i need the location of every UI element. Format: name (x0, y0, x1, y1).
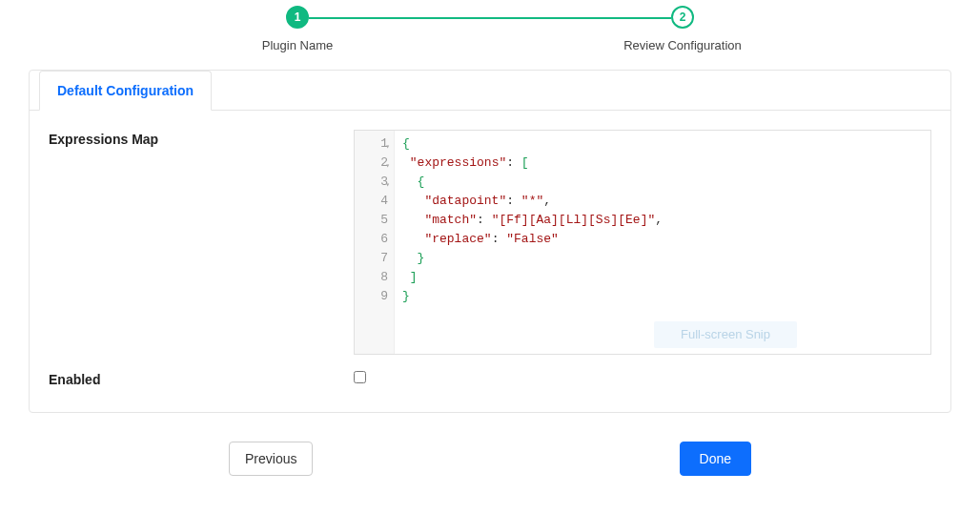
code-gutter: 1▾ 2▾ 3▾ 4 5 6 7 8 9 (355, 131, 395, 354)
gutter-ln: 9 (380, 289, 388, 303)
expressions-map-label: Expressions Map (49, 130, 354, 147)
step-circle-1: 1 (286, 6, 309, 29)
previous-button[interactable]: Previous (229, 442, 313, 476)
step-label-2: Review Configuration (623, 38, 742, 52)
gutter-ln: 7 (380, 251, 388, 265)
step-circle-2: 2 (671, 6, 694, 29)
step-label-1: Plugin Name (262, 38, 333, 52)
tabs: Default Configuration (30, 71, 950, 111)
code-content[interactable]: { "expressions": [ { "datapoint": "*", "… (395, 131, 930, 354)
expressions-map-editor[interactable]: 1▾ 2▾ 3▾ 4 5 6 7 8 9 { "expressions": [ … (354, 130, 931, 355)
gutter-ln: 6 (380, 232, 388, 246)
enabled-label: Enabled (49, 370, 354, 387)
full-screen-snip-hint: Full-screen Snip (654, 321, 797, 348)
step-connector (309, 17, 671, 19)
enabled-checkbox[interactable] (354, 371, 366, 383)
gutter-ln: 5 (380, 213, 388, 227)
config-panel: Default Configuration Expressions Map 1▾… (29, 70, 951, 413)
field-enabled: Enabled (49, 370, 931, 387)
stepper: 1 Plugin Name 2 Review Configuration (0, 6, 980, 70)
step-review-configuration[interactable]: 2 Review Configuration (587, 6, 778, 52)
done-button[interactable]: Done (680, 442, 751, 476)
wizard-footer: Previous Done (0, 413, 980, 476)
gutter-ln: 4 (380, 194, 388, 208)
tab-default-configuration[interactable]: Default Configuration (39, 71, 212, 111)
gutter-ln: 8 (380, 270, 388, 284)
step-plugin-name[interactable]: 1 Plugin Name (202, 6, 393, 52)
panel-body: Expressions Map 1▾ 2▾ 3▾ 4 5 6 7 8 9 (30, 111, 950, 412)
field-expressions-map: Expressions Map 1▾ 2▾ 3▾ 4 5 6 7 8 9 (49, 130, 931, 355)
